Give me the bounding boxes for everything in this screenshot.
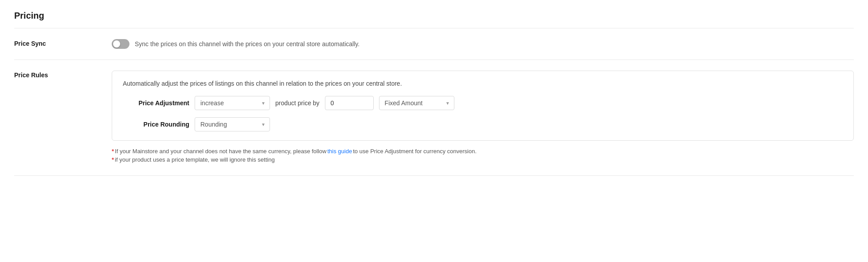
toggle-thumb	[113, 40, 120, 48]
amount-type-select[interactable]: Fixed Amount Percentage	[379, 96, 454, 110]
rounding-select-wrapper[interactable]: Rounding Round Up Round Down Round Neare…	[195, 117, 270, 131]
price-rules-label: Price Rules	[14, 71, 112, 79]
price-rules-section: Price Rules Automatically adjust the pri…	[14, 60, 854, 176]
note-1-asterisk: *	[112, 148, 114, 155]
price-rules-content: Automatically adjust the prices of listi…	[112, 71, 854, 165]
price-sync-label: Price Sync	[14, 39, 112, 47]
note-line-2: * if your product uses a price template,…	[112, 156, 854, 163]
toggle-track	[112, 39, 129, 49]
notes-section: * If your Mainstore and your channel doe…	[112, 148, 854, 163]
adjustment-select-wrapper[interactable]: increase decrease ▼	[195, 96, 270, 110]
price-rules-description: Automatically adjust the prices of listi…	[123, 80, 843, 87]
page-container: Pricing Price Sync Sync the prices on th…	[0, 0, 868, 262]
adjustment-select[interactable]: increase decrease	[195, 96, 270, 110]
price-sync-section: Price Sync Sync the prices on this chann…	[14, 28, 854, 60]
this-guide-link[interactable]: this guide	[327, 148, 352, 155]
price-sync-content: Sync the prices on this channel with the…	[112, 39, 854, 49]
amount-type-select-wrapper[interactable]: Fixed Amount Percentage ▼	[379, 96, 454, 110]
note-line-1: * If your Mainstore and your channel doe…	[112, 148, 854, 155]
page-title: Pricing	[14, 11, 854, 28]
note-1-text-after: to use Price Adjustment for currency con…	[353, 148, 477, 155]
between-text: product price by	[275, 99, 320, 107]
price-adjustment-row: Price Adjustment increase decrease ▼ pro…	[123, 96, 843, 110]
rounding-select[interactable]: Rounding Round Up Round Down Round Neare…	[195, 117, 270, 131]
price-sync-toggle[interactable]	[112, 39, 129, 49]
note-2-text: if your product uses a price template, w…	[115, 156, 275, 163]
price-rules-box: Automatically adjust the prices of listi…	[112, 71, 854, 141]
note-1-text-before: If your Mainstore and your channel does …	[115, 148, 326, 155]
price-adjustment-label: Price Adjustment	[123, 99, 189, 107]
price-sync-toggle-row: Sync the prices on this channel with the…	[112, 39, 854, 49]
price-rounding-row: Price Rounding Rounding Round Up Round D…	[123, 117, 843, 131]
amount-input[interactable]	[325, 96, 374, 110]
price-rounding-label: Price Rounding	[123, 121, 189, 128]
note-2-asterisk: *	[112, 156, 114, 163]
price-sync-description: Sync the prices on this channel with the…	[135, 40, 360, 48]
